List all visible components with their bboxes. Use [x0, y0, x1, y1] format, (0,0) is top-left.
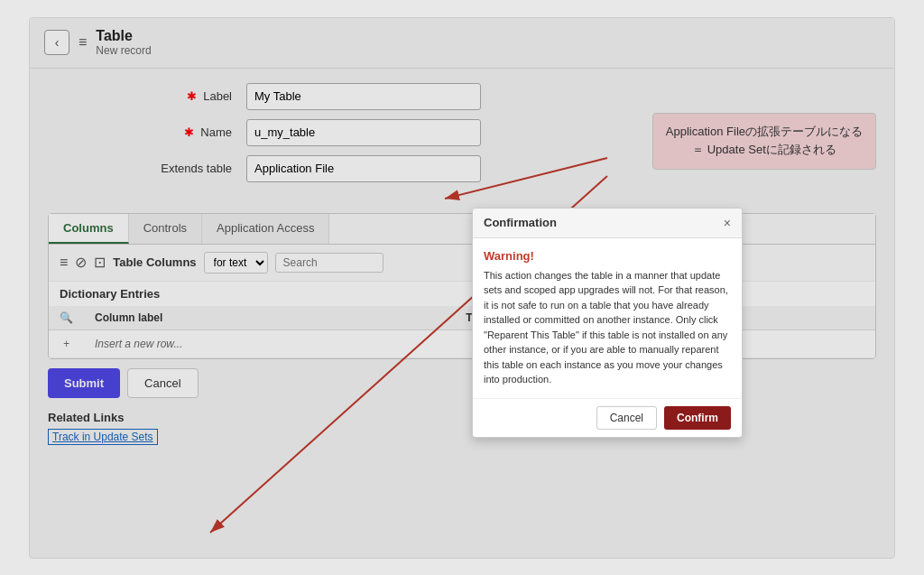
- dialog-overlay: [30, 18, 894, 558]
- warning-text: This action changes the table in a manne…: [484, 268, 731, 387]
- dialog-cancel-button[interactable]: Cancel: [596, 406, 657, 430]
- dialog-footer: Cancel Confirm: [473, 398, 742, 437]
- main-container: ‹ ≡ Table New record ✱ Label ✱ Name Exte…: [29, 17, 895, 559]
- close-icon[interactable]: ×: [724, 216, 731, 230]
- confirmation-dialog: Confirmation × Warning! This action chan…: [472, 208, 743, 438]
- dialog-confirm-button[interactable]: Confirm: [664, 406, 731, 430]
- dialog-title: Confirmation: [484, 216, 557, 229]
- warning-title: Warning!: [484, 249, 731, 263]
- dialog-body: Warning! This action changes the table i…: [473, 238, 742, 398]
- dialog-header: Confirmation ×: [473, 209, 742, 238]
